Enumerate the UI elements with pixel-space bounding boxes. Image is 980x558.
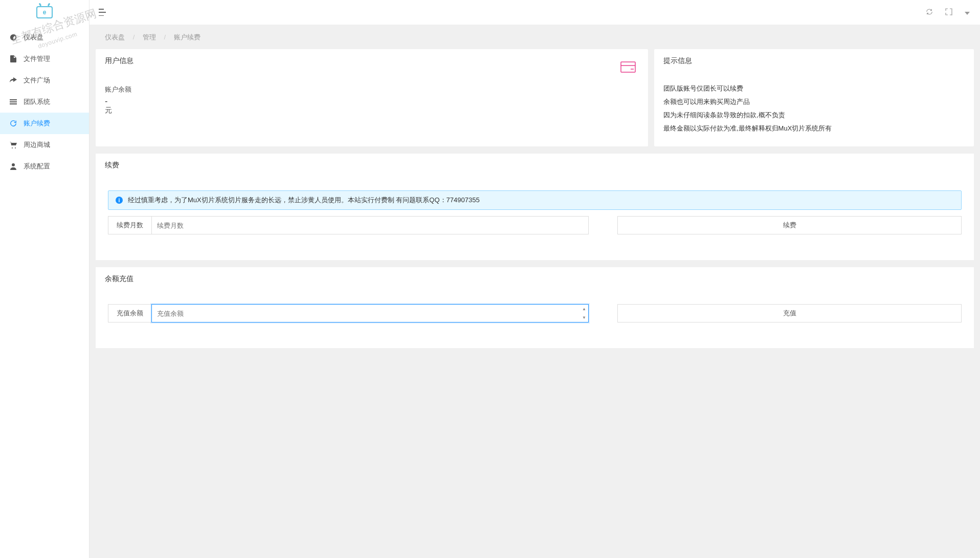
card-title: 用户信息 [96,49,620,73]
amount-input[interactable] [151,304,589,323]
breadcrumb-separator: / [164,33,166,41]
info-alert: i 经过慎重考虑，为了MuX切片系统切片服务走的长远，禁止涉黄人员使用。本站实行… [108,190,962,210]
svg-point-3 [12,163,15,166]
nav-label: 文件管理 [24,54,50,63]
sidebar-item-dashboard[interactable]: 仪表盘 [0,27,89,48]
section-title: 续费 [96,154,974,190]
sidebar-item-plaza[interactable]: 文件广场 [0,70,89,91]
refresh-icon [9,119,17,127]
tip-item: 团队版账号仅团长可以续费 [663,82,965,95]
nav-label: 文件广场 [24,76,50,85]
input-label: 充值余额 [108,304,151,323]
recharge-section: 余额充值 充值余额 ▲ ▼ 充值 [96,267,974,348]
alert-text: 经过慎重考虑，为了MuX切片系统切片服务走的长远，禁止涉黄人员使用。本站实行付费… [128,196,480,205]
renew-button[interactable]: 续费 [617,216,962,234]
nav-label: 系统配置 [24,162,50,171]
svg-rect-4 [621,62,635,72]
sidebar-item-settings[interactable]: 系统配置 [0,156,89,177]
sidebar: e 仪表盘 文件管理 文件广场 团队系统 [0,0,90,558]
fullscreen-icon[interactable] [945,8,952,17]
nav-menu: 仪表盘 文件管理 文件广场 团队系统 账户续费 [0,25,89,177]
refresh-icon[interactable] [926,8,933,17]
user-icon [9,162,17,170]
balance-label: 账户余额 [105,82,611,94]
breadcrumb-item: 账户续费 [174,33,201,41]
logo[interactable]: e [0,0,89,25]
share-icon [9,76,17,84]
tip-item: 最终金额以实际付款为准,最终解释权归MuX切片系统所有 [663,122,965,135]
logo-icon: e [36,6,53,18]
svg-rect-1 [10,101,17,102]
nav-label: 团队系统 [24,97,50,106]
spinner-down-icon[interactable]: ▼ [580,313,588,322]
header-left [96,9,104,16]
balance-unit: 元 [105,106,611,115]
breadcrumb-separator: / [133,33,135,41]
spinner-up-icon[interactable]: ▲ [580,305,588,313]
header-right [926,8,974,17]
months-input-group: 续费月数 [108,216,589,234]
info-icon: i [116,197,123,204]
card-title: 提示信息 [654,49,974,73]
recharge-button[interactable]: 充值 [617,304,962,323]
number-spinner[interactable]: ▲ ▼ [580,305,588,322]
amount-input-group: 充值余额 ▲ ▼ [108,304,589,323]
sidebar-item-renew[interactable]: 账户续费 [0,113,89,134]
balance-value: - [105,96,611,106]
main-content: 仪表盘 / 管理 / 账户续费 用户信息 账户余额 - 元 提示信息 团队版账号… [90,25,980,558]
dashboard-icon [9,33,17,41]
sidebar-item-team[interactable]: 团队系统 [0,91,89,113]
dropdown-icon[interactable] [965,8,970,16]
nav-label: 账户续费 [24,119,50,128]
tip-item: 因为未仔细阅读条款导致的扣款,概不负责 [663,109,965,122]
user-info-card: 用户信息 账户余额 - 元 [96,49,648,146]
nav-label: 仪表盘 [24,33,43,42]
tips-card: 提示信息 团队版账号仅团长可以续费 余额也可以用来购买周边产品 因为未仔细阅读条… [654,49,974,146]
tip-item: 余额也可以用来购买周边产品 [663,95,965,109]
input-label: 续费月数 [108,216,151,234]
menu-icon [9,98,17,106]
section-title: 余额充值 [96,267,974,304]
breadcrumb-item[interactable]: 管理 [143,33,156,41]
svg-rect-0 [10,99,17,100]
sidebar-item-shop[interactable]: 周边商城 [0,134,89,156]
svg-rect-2 [10,103,17,104]
breadcrumb-item[interactable]: 仪表盘 [105,33,125,41]
sidebar-item-files[interactable]: 文件管理 [0,48,89,70]
renew-section: 续费 i 经过慎重考虑，为了MuX切片系统切片服务走的长远，禁止涉黄人员使用。本… [96,154,974,260]
file-icon [9,55,17,63]
header [90,0,980,25]
menu-toggle-button[interactable] [96,9,104,16]
credit-card-icon [620,49,648,74]
nav-label: 周边商城 [24,140,50,149]
cart-icon [9,141,17,149]
breadcrumb: 仪表盘 / 管理 / 账户续费 [96,31,974,49]
months-input[interactable] [151,216,589,234]
